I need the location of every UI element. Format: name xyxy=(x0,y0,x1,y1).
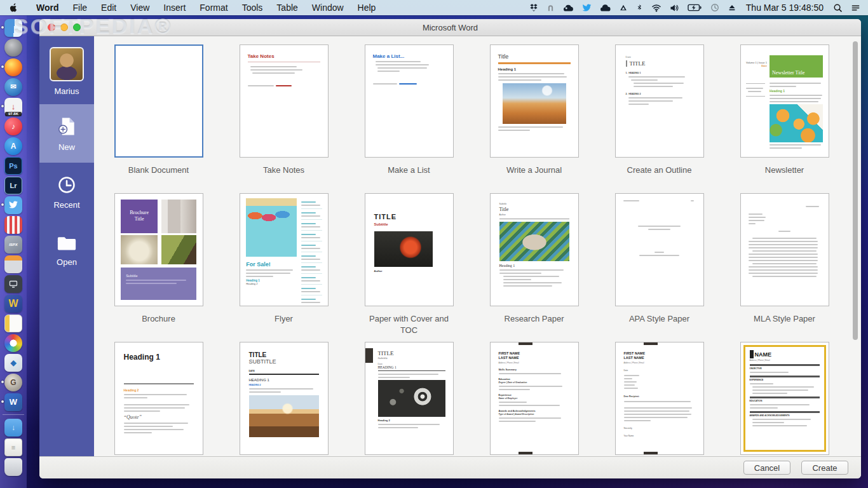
eject-icon[interactable] xyxy=(728,4,736,12)
template-label: Blank Document xyxy=(111,165,207,176)
dock-office-document[interactable] xyxy=(4,314,23,332)
menu-view[interactable]: View xyxy=(123,3,156,13)
template-label: Take Notes xyxy=(236,165,332,176)
template-card-titlesub[interactable]: TITLE SUBTITLE DATE HEADING 1 HEADING 2 xyxy=(221,342,346,456)
template-card-make-a-list[interactable]: Make a List... Make a List xyxy=(346,44,471,193)
template-card-coverletter[interactable]: FIRST NAMELAST NAME Address | Phone | Em… xyxy=(597,342,722,456)
dock-itunes[interactable]: ♪ xyxy=(4,117,23,135)
sidebar-item-new[interactable]: New xyxy=(39,104,94,163)
template-thumbnail: Heading 1 Heading 2 “Quote” xyxy=(114,342,203,455)
cloud-icon[interactable] xyxy=(563,4,574,12)
notification-center-icon[interactable] xyxy=(851,3,860,13)
window-title: Microsoft Word xyxy=(423,23,478,32)
dock-w-app[interactable]: W xyxy=(4,294,23,313)
user-block[interactable]: Marius xyxy=(39,36,94,104)
vertical-scrollbar[interactable] xyxy=(853,41,858,340)
remote-desktop-icon xyxy=(4,275,22,293)
minimize-button[interactable] xyxy=(60,24,68,31)
dock-app-store[interactable]: A xyxy=(4,137,23,155)
template-card-paper-with-cover-and-toc[interactable]: TITLE Subtitle Author Paper with Cover a… xyxy=(346,193,471,342)
spotlight-icon[interactable] xyxy=(833,3,843,13)
apple-menu-icon[interactable] xyxy=(9,3,18,13)
template-thumbnail xyxy=(114,44,203,158)
popcorn-time-icon xyxy=(4,216,22,234)
dock-firefox[interactable] xyxy=(4,58,23,76)
template-card-resumegold[interactable]: NAME Address | Phone | Email OBJECTIVE E… xyxy=(722,342,847,456)
twitter-icon[interactable] xyxy=(582,4,592,12)
dropbox-icon[interactable] xyxy=(529,3,538,12)
menu-insert[interactable]: Insert xyxy=(156,3,193,13)
menu-bar-status-area: Thu Mar 5 19:48:50 xyxy=(529,3,868,13)
template-card-blank-document[interactable]: Blank Document xyxy=(96,44,221,193)
template-card-titledark[interactable]: TITLE Subtitle Date HEADING 1 Heading 2 xyxy=(346,342,471,456)
time-machine-icon[interactable] xyxy=(710,3,719,12)
template-label: Research Paper xyxy=(487,313,582,325)
template-card-research-paper[interactable]: Subtitle Title Author Heading 1 Research… xyxy=(471,193,597,342)
template-card-resume[interactable]: FIRST NAMELAST NAME Address | Phone | Em… xyxy=(471,342,597,456)
dock-popcorn-time[interactable] xyxy=(4,215,23,234)
dock-trash[interactable] xyxy=(4,458,23,476)
template-card-brochure[interactable]: BrochureTitle Subtitle Brochure xyxy=(96,193,221,342)
wifi-icon[interactable] xyxy=(651,4,661,12)
template-thumbnail xyxy=(740,193,829,306)
template-card-flyer[interactable]: For Sale! Heading 1 Heading 2 Flyer xyxy=(221,193,346,342)
template-thumbnail: FIRST NAMELAST NAME Address | Phone | Em… xyxy=(615,342,704,455)
dock-ispx[interactable]: ISPX xyxy=(4,235,23,254)
menu-file[interactable]: File xyxy=(66,3,95,13)
user-avatar xyxy=(50,47,84,81)
template-card-write-a-journal[interactable]: Title Heading 1 Write a Journal xyxy=(471,44,597,193)
menu-help[interactable]: Help xyxy=(351,3,383,13)
menu-table[interactable]: Table xyxy=(269,3,304,13)
dock-finder[interactable] xyxy=(4,18,23,37)
close-button[interactable] xyxy=(48,24,55,31)
template-card-mla-style-paper[interactable]: MLA Style Paper xyxy=(722,193,847,342)
template-label: Paper with Cover and TOC xyxy=(362,313,457,336)
dock-thunderbird[interactable]: ✉ xyxy=(4,78,23,96)
lock-icon[interactable] xyxy=(546,3,555,12)
running-indicator xyxy=(1,203,4,206)
dock-remote-desktop[interactable] xyxy=(4,274,23,293)
template-thumbnail: FIRST NAMELAST NAME Address | Phone | Em… xyxy=(490,342,579,455)
template-thumbnail: Subtitle Title Author Heading 1 xyxy=(490,193,579,306)
dock-lightroom[interactable]: Lr xyxy=(4,176,23,194)
dock-photoshop[interactable]: Ps xyxy=(4,156,23,175)
dock-virtualbox[interactable]: ◆ xyxy=(4,353,23,372)
dock-badge: 97.8K xyxy=(5,112,22,116)
menu-format[interactable]: Format xyxy=(193,3,234,13)
sidebar-item-recent[interactable]: Recent xyxy=(39,163,94,221)
dock-twitter[interactable] xyxy=(4,196,23,214)
create-button[interactable]: Create xyxy=(801,461,848,475)
template-card-newsletter[interactable]: Newsletter Title Volume 1 | Issue 1 Date… xyxy=(722,44,847,193)
template-card-take-notes[interactable]: Take Notes Take Notes xyxy=(221,44,346,193)
dock-launchpad[interactable] xyxy=(4,38,23,57)
menu-word[interactable]: Word xyxy=(29,3,66,13)
sidebar-item-label: New xyxy=(58,142,75,152)
menu-tools[interactable]: Tools xyxy=(235,3,270,13)
dock-mail-stack[interactable]: ≡ xyxy=(4,438,23,456)
dock-word[interactable]: W xyxy=(4,393,23,411)
sidebar-item-open[interactable]: Open xyxy=(39,221,94,280)
dock-gimp[interactable]: G xyxy=(4,373,23,391)
bluetooth-icon[interactable] xyxy=(636,3,643,12)
itunes-icon: ♪ xyxy=(4,118,22,135)
template-label: APA Style Paper xyxy=(612,313,707,325)
onedrive-icon[interactable] xyxy=(600,4,611,12)
dock-photos[interactable] xyxy=(4,334,23,352)
gdrive-icon[interactable] xyxy=(619,4,628,12)
window-title-bar[interactable]: Microsoft Word xyxy=(39,19,861,36)
template-card-heading1[interactable]: Heading 1 Heading 2 “Quote” xyxy=(96,342,221,456)
template-card-apa-style-paper[interactable]: APA Style Paper xyxy=(597,193,722,342)
menu-edit[interactable]: Edit xyxy=(94,3,123,13)
cancel-button[interactable]: Cancel xyxy=(743,461,790,475)
template-card-create-an-outline[interactable]: Date TITLE 1. HEADING 1 2. HEADING 2 Cre… xyxy=(597,44,722,193)
battery-icon[interactable] xyxy=(688,4,702,11)
dock-calculator[interactable] xyxy=(4,255,23,273)
volume-icon[interactable] xyxy=(670,4,679,12)
dock-downloads-folder[interactable]: ↓ xyxy=(4,418,23,437)
dock-download-manager[interactable]: ↓ 97.8K xyxy=(4,97,23,116)
downloads-folder-icon: ↓ xyxy=(4,419,22,437)
menu-window[interactable]: Window xyxy=(305,3,351,13)
dock-separator xyxy=(3,414,24,415)
thunderbird-icon: ✉ xyxy=(4,78,22,96)
zoom-button[interactable] xyxy=(73,24,81,31)
